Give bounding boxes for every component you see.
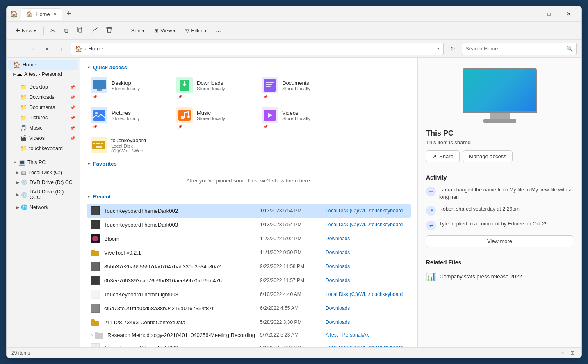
recent-row-3[interactable]: Bloom 11/2/2022 5:02 PM Downloads: [87, 232, 411, 246]
recent-location-9[interactable]: Downloads: [326, 319, 408, 325]
view-button[interactable]: ⊞ View ▾: [150, 25, 180, 36]
sidebar-item-home[interactable]: 🏠 Home: [8, 60, 78, 70]
recent-row-8[interactable]: cf5a73fe0f1f4a0cd58a38b04219a0167354f87f…: [87, 301, 411, 315]
monitor-image: [463, 68, 537, 123]
tab-close-btn[interactable]: ✕: [53, 12, 57, 16]
network-icon: 🌐: [21, 204, 27, 210]
manage-access-button[interactable]: Manage access: [463, 150, 513, 162]
recent-location-7[interactable]: Local Disk (C:)\Wi...\touchkeyboard: [326, 291, 408, 297]
activity-text-1: Laura changed the name from My file to M…: [439, 187, 573, 201]
share-button[interactable]: ↗ Share: [426, 150, 460, 162]
sidebar-dvd-ccc[interactable]: ▶ 💿 DVD Drive (D:) CCC: [8, 187, 78, 202]
active-tab[interactable]: 🏠 Home ✕: [21, 8, 62, 20]
sidebar-item-documents[interactable]: 📁 Documents 📌: [8, 102, 78, 112]
sidebar-item-touchkeyboard[interactable]: 📁 touchkeyboard: [8, 143, 78, 153]
up-button[interactable]: ↑: [56, 43, 67, 55]
new-button[interactable]: ✚ New ▾: [11, 25, 40, 36]
search-box[interactable]: 🔍: [462, 43, 577, 55]
recent-location-1[interactable]: Local Disk (C:)\Wi...\touchkeyboard: [326, 208, 408, 214]
cut-button[interactable]: ✂: [47, 25, 59, 36]
documents-folder-icon: 📁: [20, 104, 27, 111]
sidebar-network[interactable]: ▶ 🌐 Network: [8, 202, 78, 212]
more-button[interactable]: ···: [212, 25, 224, 36]
recent-row-2[interactable]: TouchKeyboardThemeDark003 1/13/2023 5:54…: [87, 218, 411, 232]
recent-row-10[interactable]: ○ Research Methodology-20210401_040256-M…: [87, 329, 411, 341]
sidebar-item-downloads[interactable]: 📁 Downloads 📌: [8, 92, 78, 102]
sidebar-videos-label: Videos: [29, 135, 68, 141]
sidebar-item-videos[interactable]: 🎬 Videos 📌: [8, 133, 78, 143]
sidebar-dvd-cc[interactable]: ▶ 💿 DVD Drive (D:) CC: [8, 177, 78, 187]
sidebar-cloud-expand[interactable]: ▶ ☁ A test - Personal: [8, 70, 78, 78]
refresh-button[interactable]: ↻: [447, 43, 458, 55]
qa-item-videos[interactable]: Videos Stored locally 📌: [258, 105, 340, 131]
recent-location-6[interactable]: Downloads: [326, 278, 408, 283]
recent-row-6[interactable]: 0b3ee7663893cae76e9bd310aee59b70d76cc476…: [87, 273, 411, 287]
quick-access-header[interactable]: ▼ Quick access: [87, 64, 411, 71]
qa-item-downloads[interactable]: Downloads Stored locally 📌: [172, 75, 254, 101]
sidebar-music-label: Music: [29, 125, 68, 131]
documents-pin-icon: 📌: [70, 105, 75, 110]
recent-row-5[interactable]: 85bb37e2ba65556f7da07047bab330e3534c80a2…: [87, 259, 411, 273]
related-item-icon-1: 📊: [426, 271, 436, 281]
delete-button[interactable]: [103, 25, 116, 36]
qa-item-documents[interactable]: Documents Stored locally 📌: [258, 75, 340, 101]
recent-row-7[interactable]: TouchKeyboardThemeLight003 6/10/2022 4:4…: [87, 287, 411, 301]
related-item-1[interactable]: 📊 Company stats press release 2022: [426, 269, 573, 284]
rp-activity-title: Activity: [418, 174, 581, 185]
qa-item-desktop[interactable]: Desktop Stored locally 📌: [87, 75, 169, 101]
filter-button[interactable]: ▽ Filter ▾: [181, 25, 211, 36]
sidebar-item-desktop[interactable]: 📁 Desktop 📌: [8, 82, 78, 92]
qa-item-touchkeyboard[interactable]: touchkeyboard Local Disk (C:)\Win...\Web: [87, 134, 169, 156]
sort-button[interactable]: ↕ Sort ▾: [123, 25, 148, 36]
favorites-header[interactable]: ▼ Favorites: [87, 161, 411, 167]
recent-row-11[interactable]: TouchKeyboardThemeLight000 5/1/2022 11:3…: [87, 341, 411, 347]
qa-item-music[interactable]: Music Stored locally 📌: [172, 105, 254, 131]
recent-location-10[interactable]: A test - Personal\Ak: [326, 332, 408, 338]
back-button[interactable]: ←: [11, 43, 23, 55]
share-button[interactable]: [88, 25, 101, 36]
paste-button[interactable]: [73, 25, 87, 36]
list-view-button[interactable]: ≡: [558, 349, 567, 357]
path-dropdown-icon[interactable]: ▾: [437, 46, 439, 51]
sidebar-item-pictures[interactable]: 📁 Pictures 📌: [8, 113, 78, 123]
view-more-button[interactable]: View more: [426, 235, 573, 247]
recent-date-8: 6/2/2022 4:55 AM: [260, 305, 321, 311]
sidebar-this-pc[interactable]: ▼ 💻 This PC: [8, 157, 78, 167]
svg-point-13: [95, 112, 98, 114]
sidebar-local-disk[interactable]: ▶ 🖴 Local Disk (C:): [8, 168, 78, 177]
grid-view-button[interactable]: ⊞: [568, 349, 577, 357]
recent-header[interactable]: ▼ Recent: [87, 193, 411, 200]
minimize-button[interactable]: ─: [520, 7, 539, 20]
close-button[interactable]: ✕: [559, 7, 578, 20]
recent-row-4[interactable]: ViVeTool-v0.2.1 11/1/2022 9:50 PM Downlo…: [87, 246, 411, 259]
maximize-button[interactable]: □: [540, 7, 558, 20]
qa-item-pictures[interactable]: Pictures Stored locally 📌: [87, 105, 169, 131]
address-path[interactable]: 🏠 › Home ▾: [71, 43, 444, 55]
recent-date-10: 5/7/2022 5:23 AM: [260, 332, 321, 338]
expand-button[interactable]: ▾: [41, 43, 52, 55]
copy-button[interactable]: ⧉: [61, 25, 72, 36]
svg-rect-26: [91, 207, 99, 215]
sidebar: 🏠 Home ▶ ☁ A test - Personal 📁 Desktop 📌…: [7, 58, 80, 347]
recent-location-5[interactable]: Downloads: [326, 264, 408, 269]
qa-videos-name: Videos: [282, 110, 310, 116]
tab-add-btn[interactable]: +: [64, 9, 74, 19]
recent-name-8: cf5a73fe0f1f4a0cd58a38b04219a0167354f87f: [104, 305, 256, 312]
sidebar-dvd-ccc-label: DVD Drive (D:) CCC: [30, 189, 75, 200]
svg-rect-34: [91, 276, 99, 284]
recent-location-8[interactable]: Downloads: [326, 305, 408, 311]
sidebar-item-music[interactable]: 🎵 Music 📌: [8, 123, 78, 133]
recent-location-4[interactable]: Downloads: [326, 250, 408, 255]
recent-location-3[interactable]: Downloads: [326, 236, 408, 241]
search-input[interactable]: [465, 46, 564, 52]
forward-button[interactable]: →: [26, 43, 38, 55]
status-view-controls: ≡ ⊞: [558, 349, 577, 357]
downloads-folder-icon: 📁: [20, 94, 27, 100]
filter-caret: ▾: [205, 29, 207, 33]
recent-row-9[interactable]: 211128-73493-ConfigContextData 5/28/2022…: [87, 315, 411, 329]
title-bar: 🏠 🏠 Home ✕ + ─ □ ✕: [7, 6, 581, 22]
path-separator: ›: [84, 46, 86, 51]
recent-location-2[interactable]: Local Disk (C:)\Wi...\touchkeyboard: [326, 222, 408, 228]
sidebar-cloud-label: A test - Personal: [24, 71, 62, 77]
recent-row-1[interactable]: TouchKeyboardThemeDark002 1/13/2023 5:54…: [87, 204, 411, 218]
